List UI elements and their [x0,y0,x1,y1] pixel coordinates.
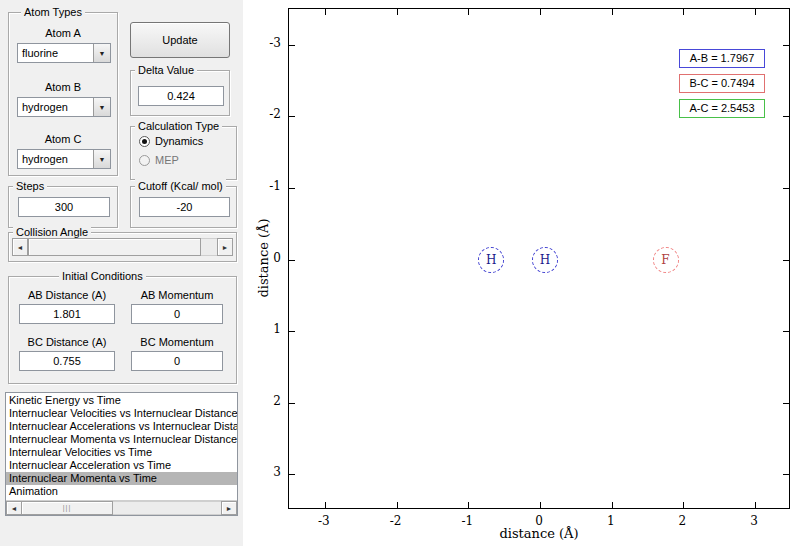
y-tick-mark [289,331,295,332]
atom-b-value: hydrogen [18,98,93,116]
atom-marker: H [478,247,504,273]
x-tick-label: -2 [381,514,411,528]
collision-angle-panel: Collision Angle ◄ ► [8,232,237,262]
initial-conditions-title: Initial Conditions [59,269,146,283]
cutoff-input[interactable]: -20 [139,197,230,217]
y-tick-mark [289,45,295,46]
steps-title: Steps [13,179,47,193]
radio-mep[interactable]: MEP [139,154,179,166]
list-item[interactable]: Kinetic Energy vs Time [6,394,237,407]
y-tick-mark [783,116,789,117]
atom-a-label: Atom A [9,27,117,40]
x-tick-mark [325,502,326,508]
atom-c-value: hydrogen [18,150,93,168]
list-item[interactable]: Internulear Velocities vs Time [6,446,237,459]
calculation-type-panel: Calculation Type Dynamics MEP [130,126,237,180]
hscroll-left-arrow[interactable]: ◄ [6,501,22,515]
cutoff-panel: Cutoff (Kcal/ mol) -20 [130,186,237,228]
y-tick-label: 1 [251,322,281,336]
left-arrow-icon: ◄ [17,244,24,251]
radio-mep-label: MEP [155,154,179,166]
x-tick-label: 3 [739,514,769,528]
list-item[interactable]: Internuclear Acceleration vs Time [6,459,237,472]
plot-area: HHFA-B = 1.7967B-C = 0.7494A-C = 2.5453 [288,8,790,509]
x-tick-label: 0 [524,514,554,528]
update-button[interactable]: Update [130,22,230,58]
steps-panel: Steps 300 [8,186,118,228]
y-tick-mark [783,45,789,46]
chevron-down-icon[interactable]: ▼ [93,98,110,116]
y-tick-mark [783,403,789,404]
ab-distance-input[interactable]: 1.801 [19,304,115,324]
y-tick-label: -1 [251,179,281,193]
slider-right-arrow[interactable]: ► [217,238,233,256]
atom-marker: H [532,247,558,273]
delta-value-panel: Delta Value 0.424 [130,70,230,116]
hscroll-thumb[interactable]: ||| [21,501,113,515]
y-tick-label: -3 [251,36,281,50]
x-tick-label: -1 [452,514,482,528]
x-tick-mark [468,9,469,15]
chevron-down-icon[interactable]: ▼ [93,150,110,168]
atom-c-select[interactable]: hydrogen ▼ [17,149,111,169]
atom-a-value: fluorine [18,44,93,62]
calculation-type-title: Calculation Type [135,119,222,133]
steps-input[interactable]: 300 [18,197,110,217]
radio-dynamics[interactable]: Dynamics [139,135,203,147]
atom-b-label: Atom B [9,81,117,94]
bc-momentum-label: BC Momentum [125,336,229,349]
bc-distance-input[interactable]: 0.755 [19,351,115,371]
x-tick-mark [683,502,684,508]
y-tick-mark [289,188,295,189]
y-tick-label: 0 [251,251,281,265]
slider-thumb[interactable] [28,238,201,256]
left-arrow-icon: ◄ [11,505,18,512]
x-tick-label: 1 [596,514,626,528]
list-item[interactable]: Internuclear Accelerations vs Internucle… [6,420,237,433]
update-button-label: Update [131,23,229,57]
listbox-hscrollbar[interactable]: ◄ ||| ► [6,500,237,515]
list-item[interactable]: Internuclear Momenta vs Internuclear Dis… [6,433,237,446]
list-item[interactable]: Internuclear Momenta vs Time [6,472,237,485]
list-item[interactable]: Animation [6,485,237,498]
plot-list: Kinetic Energy vs TimeInternuclear Veloc… [6,394,237,500]
x-axis-label: distance (Å) [288,526,790,541]
collision-angle-slider[interactable]: ◄ ► [12,238,233,256]
plot-type-listbox[interactable]: Kinetic Energy vs TimeInternuclear Veloc… [5,392,238,516]
x-tick-mark [397,9,398,15]
y-tick-mark [783,188,789,189]
x-tick-mark [325,9,326,15]
ab-distance-label: AB Distance (A) [15,289,119,302]
bc-momentum-input[interactable]: 0 [131,351,223,371]
x-tick-mark [468,502,469,508]
slider-left-arrow[interactable]: ◄ [12,238,28,256]
atom-types-title: Atom Types [21,5,85,19]
figure: HHFA-B = 1.7967B-C = 0.7494A-C = 2.5453 … [243,0,800,546]
x-tick-mark [612,9,613,15]
delta-value-input[interactable]: 0.424 [138,86,224,106]
x-tick-label: -3 [309,514,339,528]
y-tick-mark [783,260,789,261]
initial-conditions-panel: Initial Conditions AB Distance (A) AB Mo… [8,276,237,384]
y-tick-label: 2 [251,394,281,408]
x-tick-mark [540,9,541,15]
bc-distance-label: BC Distance (A) [15,336,119,349]
atom-a-select[interactable]: fluorine ▼ [17,43,111,63]
ab-momentum-input[interactable]: 0 [131,304,223,324]
y-tick-mark [289,474,295,475]
hscroll-right-arrow[interactable]: ► [221,501,237,515]
x-tick-label: 2 [667,514,697,528]
atom-b-select[interactable]: hydrogen ▼ [17,97,111,117]
atom-types-panel: Atom Types Atom A fluorine ▼ Atom B hydr… [8,12,118,176]
chevron-down-icon[interactable]: ▼ [93,44,110,62]
app: Atom Types Atom A fluorine ▼ Atom B hydr… [0,0,800,546]
legend-entry: B-C = 0.7494 [679,74,765,93]
legend-entry: A-B = 1.7967 [679,49,765,68]
right-arrow-icon: ► [226,505,233,512]
list-item[interactable]: Internuclear Velocities vs Internuclear … [6,407,237,420]
x-tick-mark [540,502,541,508]
ab-momentum-label: AB Momentum [125,289,229,302]
y-tick-mark [783,331,789,332]
y-tick-mark [289,116,295,117]
atom-marker: F [653,247,679,273]
